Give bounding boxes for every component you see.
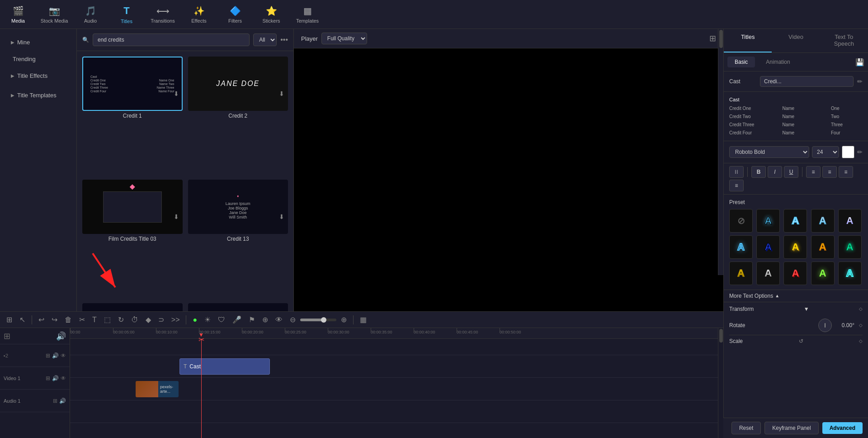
align-center-button[interactable]: ≡ (822, 166, 837, 178)
preset-gradient-purple[interactable]: A (838, 209, 862, 233)
filmcredits-download-icon[interactable]: ⬇ (174, 213, 179, 220)
timeline-cut-btn[interactable]: ✂ (76, 314, 88, 326)
transform-header[interactable]: Transform ▼ ◇ (729, 306, 863, 312)
subtab-animation[interactable]: Animation (759, 57, 797, 67)
preset-teal[interactable]: A (838, 235, 862, 259)
preset-yellow[interactable]: A (783, 235, 807, 259)
tab-text-to-speech[interactable]: Text To Speech (820, 29, 868, 52)
track-a1-add-icon[interactable]: ⊞ (53, 398, 57, 404)
timeline-shield-btn[interactable]: 🛡 (215, 314, 228, 326)
preset-blue2[interactable]: A (756, 235, 780, 259)
search-filter[interactable]: All (253, 33, 277, 46)
timeline-crop-btn[interactable]: ⬚ (101, 314, 113, 326)
align-right-button[interactable]: ≡ (839, 166, 853, 178)
preset-cyan-outline[interactable]: A (838, 262, 862, 285)
timeline-eye-btn[interactable]: 👁 (273, 314, 285, 326)
italic-button[interactable]: I (768, 166, 782, 178)
preset-silver[interactable]: A (756, 262, 780, 285)
scale-keyframe-icon[interactable]: ◇ (859, 338, 863, 343)
nav-effects[interactable]: ✨ Effects (181, 0, 217, 29)
preset-gold[interactable]: A (729, 262, 753, 285)
sidebar-section-mine[interactable]: ▶ Mine (0, 33, 76, 52)
nav-stock[interactable]: 📷 Stock Media (36, 0, 72, 29)
timeline-redo-btn[interactable]: ↪ (49, 314, 60, 326)
track-v1-add-icon[interactable]: ⊞ (46, 375, 50, 381)
track-2-add-icon[interactable]: ⊞ (46, 352, 50, 359)
align-left-button[interactable]: ≡ (806, 166, 821, 178)
nav-stickers[interactable]: ⭐ Stickers (253, 0, 289, 29)
add-audio-track-icon[interactable]: 🔊 (56, 331, 66, 341)
advanced-button[interactable]: Advanced (822, 422, 863, 434)
timeline-text-btn[interactable]: T (90, 314, 99, 326)
preset-none[interactable]: ⊘ (729, 209, 753, 233)
timeline-delete-btn[interactable]: 🗑 (62, 314, 75, 326)
sidebar-section-title-templates[interactable]: ▶ Title Templates (0, 86, 76, 105)
color-picker-icon[interactable]: ✏ (857, 148, 863, 156)
track-2-sound-icon[interactable]: 🔊 (52, 352, 59, 359)
timeline-flag-btn[interactable]: ⚑ (246, 314, 258, 326)
underline-button[interactable]: U (784, 166, 798, 178)
tab-titles[interactable]: Titles (724, 29, 772, 52)
credit13-download-icon[interactable]: ⬇ (279, 213, 284, 220)
preset-blue-glow[interactable]: A (756, 209, 780, 233)
timeline-cursor-btn[interactable]: ↖ (17, 314, 28, 326)
player-scrollbar[interactable] (718, 29, 723, 275)
timeline-undo-btn[interactable]: ↩ (36, 314, 47, 326)
preset-dark-blue[interactable]: A (729, 235, 753, 259)
track-2-eye-icon[interactable]: 👁 (61, 352, 66, 359)
nav-titles[interactable]: T Titles (108, 0, 145, 29)
add-video-track-icon[interactable]: ⊞ (4, 331, 10, 341)
preset-outline-blue[interactable]: A (783, 209, 807, 233)
rotate-keyframe-icon[interactable]: ◇ (859, 323, 863, 328)
nav-audio[interactable]: 🎵 Audio (72, 0, 108, 29)
more-text-options[interactable]: More Text Options ▲ (724, 290, 868, 302)
credit1-download-icon[interactable]: ⬇ (174, 90, 179, 97)
clip-video[interactable]: pexels-arte... (136, 381, 179, 397)
text-center-column-btn[interactable]: ⁞⁞ (729, 166, 744, 178)
font-color-box[interactable] (842, 146, 854, 158)
template-credit2[interactable]: JANE DOE ⬇ Credit 2 (188, 57, 288, 174)
cast-edit-icon[interactable]: ✏ (857, 78, 863, 85)
timeline-more-btn[interactable]: >> (169, 314, 183, 326)
timeline-layout-btn[interactable]: ▦ (357, 314, 369, 326)
track-a1-sound-icon[interactable]: 🔊 (59, 398, 66, 404)
timeline-grid-btn[interactable]: ⊞ (4, 314, 15, 326)
search-more-icon[interactable]: ••• (280, 36, 288, 44)
font-size-select[interactable]: 24 (812, 146, 839, 158)
preset-gradient-blue[interactable]: A (811, 209, 835, 233)
font-family-select[interactable]: Roboto Bold (729, 146, 809, 158)
nav-media[interactable]: 🎬 Media (0, 0, 36, 29)
reset-button[interactable]: Reset (731, 422, 761, 434)
preset-neon-green[interactable]: A (811, 262, 835, 285)
timeline-mic-btn[interactable]: 🎤 (230, 314, 244, 326)
template-filmcredits[interactable]: ⬇ Film Credits Title 03 (82, 180, 183, 297)
timeline-timer-btn[interactable]: ⏱ (128, 314, 141, 326)
timeline-zoom-out-btn[interactable]: ⊖ (287, 314, 298, 326)
clip-title[interactable]: T Cast (179, 358, 270, 375)
template-credit1[interactable]: Cast Credit OneName One Credit TwoName T… (82, 57, 183, 174)
rotate-dial[interactable] (818, 319, 832, 332)
track-v1-eye-icon[interactable]: 👁 (61, 375, 66, 381)
sidebar-trending[interactable]: Trending (0, 52, 76, 66)
bold-button[interactable]: B (751, 166, 766, 178)
keyframe-panel-button[interactable]: Keyframe Panel (764, 422, 818, 434)
timeline-connect-btn[interactable]: ⊃ (156, 314, 167, 326)
timeline-brightness-btn[interactable]: ☀ (202, 314, 213, 326)
scale-reset-icon[interactable]: ↺ (799, 338, 803, 344)
player-expand-icon[interactable]: ⊞ (709, 33, 716, 43)
subtab-basic[interactable]: Basic (727, 57, 755, 67)
save-icon[interactable]: 💾 (855, 58, 864, 67)
playhead[interactable] (201, 339, 202, 438)
timeline-zoom-in-btn[interactable]: ⊕ (338, 314, 349, 326)
nav-filters[interactable]: 🔷 Filters (217, 0, 253, 29)
tab-video[interactable]: Video (772, 29, 820, 52)
zoom-slider[interactable] (300, 319, 336, 321)
track-v1-sound-icon[interactable]: 🔊 (52, 375, 59, 381)
credit2-download-icon[interactable]: ⬇ (279, 90, 284, 97)
nav-transitions[interactable]: ⟷ Transitions (145, 0, 181, 29)
cast-value[interactable]: Credi... (760, 76, 854, 87)
search-input[interactable] (93, 33, 250, 46)
timeline-rotate-btn[interactable]: ↻ (115, 314, 127, 326)
timeline-split-btn[interactable]: ⊕ (259, 314, 271, 326)
quality-select[interactable]: Full Quality Half Quality (321, 33, 367, 44)
